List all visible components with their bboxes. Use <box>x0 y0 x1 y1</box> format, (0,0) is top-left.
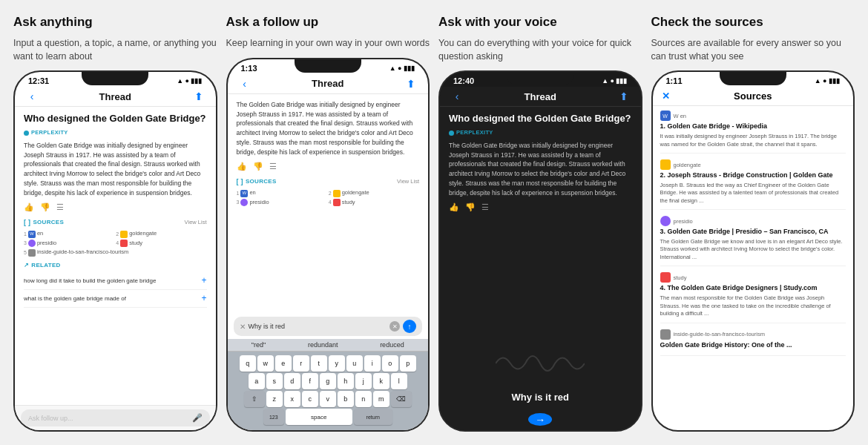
search-send-icon[interactable]: ↑ <box>403 320 416 333</box>
key-i[interactable]: i <box>364 355 381 372</box>
key-a[interactable]: a <box>249 373 265 389</box>
autocomplete-2[interactable]: redundant <box>308 341 338 349</box>
key-return[interactable]: return <box>354 409 392 425</box>
key-l[interactable]: l <box>391 373 407 389</box>
key-d[interactable]: d <box>284 373 300 389</box>
source-card-title-5[interactable]: Golden Gate Bridge History: One of the .… <box>660 341 846 350</box>
perplexity-dot-3 <box>449 131 454 136</box>
key-s[interactable]: s <box>266 373 283 389</box>
screen-2: 1:13 ▲ ● ▮▮▮ ‹ Thread ⬆ The Golden Gate … <box>228 59 429 430</box>
source-card-2: goldengate 2. Joseph Strauss - Bridge Co… <box>660 159 846 210</box>
feature-ask-anything: Ask anything Input a question, a topic, … <box>13 15 217 432</box>
notch-2 <box>295 59 361 73</box>
key-p[interactable]: p <box>400 355 416 372</box>
key-row-3: ⇧ z x c v b n m ⌫ <box>231 391 426 407</box>
view-list-2[interactable]: View List <box>397 178 419 186</box>
sources-header-1: [ ] SOURCES View List <box>24 218 207 228</box>
key-k[interactable]: k <box>373 373 389 389</box>
source-card-title-3[interactable]: 3. Golden Gate Bridge | Presidio – San F… <box>660 228 846 237</box>
nav-bar-3[interactable]: ‹ Thread ⬆ <box>440 87 641 107</box>
key-j[interactable]: j <box>355 373 372 389</box>
back-icon-1[interactable]: ‹ <box>25 90 39 103</box>
autocomplete-3[interactable]: reduced <box>380 341 404 349</box>
key-u[interactable]: u <box>346 355 363 372</box>
key-123[interactable]: 123 <box>263 409 284 425</box>
key-m[interactable]: m <box>373 391 389 407</box>
related-item-1-1[interactable]: how long did it take to build the golden… <box>24 272 207 290</box>
search-text-2[interactable]: Why is it red <box>249 323 387 330</box>
thumbsup-icon-1[interactable]: 👍 <box>24 202 34 213</box>
related-plus-1-1[interactable]: + <box>201 274 206 287</box>
key-space[interactable]: space <box>286 409 352 425</box>
key-t[interactable]: t <box>311 355 327 372</box>
key-x[interactable]: x <box>284 391 300 407</box>
view-list-1[interactable]: View List <box>185 219 207 227</box>
feature-1-desc: Input a question, a topic, a name, or an… <box>13 37 217 63</box>
key-row-1: q w e r t y u i o p <box>231 355 426 372</box>
time-4: 1:11 <box>666 76 683 85</box>
content-area-1: Who designed the Golden Gate Bridge? PER… <box>15 107 216 405</box>
mic-icon-1[interactable]: 🎤 <box>192 413 203 423</box>
search-bar-2[interactable]: ✕ Why is it red ✕ ↑ <box>234 317 423 336</box>
key-w[interactable]: w <box>257 355 274 372</box>
source-card-title-2[interactable]: 2. Joseph Strauss - Bridge Construction … <box>660 171 846 180</box>
sources-label-2: [ ] SOURCES <box>237 177 277 187</box>
thumbsdown-icon-2[interactable]: 👎 <box>253 161 263 172</box>
thumbsup-icon-2[interactable]: 👍 <box>237 161 247 172</box>
source-card-title-4[interactable]: 4. The Golden Gate Bridge Designers | St… <box>660 284 846 293</box>
keyboard-rows: q w e r t y u i o p <box>229 355 427 427</box>
source-card-domain-4: study <box>674 274 687 281</box>
content-area-3: Who designed the Golden Gate Bridge? PER… <box>440 107 641 341</box>
source-link-icon-1 <box>28 249 36 257</box>
input-field-1[interactable]: Ask follow up... 🎤 <box>21 409 210 426</box>
list-icon-1[interactable]: ☰ <box>56 202 64 213</box>
key-f[interactable]: f <box>302 373 318 389</box>
list-icon-2[interactable]: ☰ <box>269 161 277 172</box>
answer-3: The Golden Gate Bridge was initially des… <box>449 141 632 198</box>
share-icon-1[interactable]: ⬆ <box>192 90 206 103</box>
sources-close-button[interactable]: ✕ <box>662 90 670 102</box>
nav-bar-1[interactable]: ‹ Thread ⬆ <box>15 87 216 107</box>
source-card-4: study 4. The Golden Gate Bridge Designer… <box>660 272 846 323</box>
nav-bar-2[interactable]: ‹ Thread ⬆ <box>228 74 429 94</box>
source-study-icon-2 <box>333 199 341 206</box>
key-shift[interactable]: ⇧ <box>244 391 265 407</box>
features-row: Ask anything Input a question, a topic, … <box>13 15 855 432</box>
page-wrapper: Ask anything Input a question, a topic, … <box>0 0 868 445</box>
search-x-icon[interactable]: ✕ <box>240 323 246 331</box>
key-q[interactable]: q <box>240 355 256 372</box>
voice-send-button[interactable]: → <box>528 413 552 426</box>
key-z[interactable]: z <box>266 391 283 407</box>
source-card-title-1[interactable]: 1. Golden Gate Bridge - Wikipedia <box>660 122 846 131</box>
share-icon-2[interactable]: ⬆ <box>404 77 418 90</box>
key-e[interactable]: e <box>275 355 292 372</box>
source-card-3: presidio 3. Golden Gate Bridge | Presidi… <box>660 216 846 266</box>
source-item-1-1: 1 W en <box>24 230 114 238</box>
status-icons-2: ▲ ● ▮▮▮ <box>389 65 415 72</box>
thumbsup-icon-3[interactable]: 👍 <box>449 202 459 213</box>
key-row-4: 123 space return <box>231 409 426 425</box>
thumbsdown-icon-3[interactable]: 👎 <box>465 202 476 213</box>
thumbsdown-icon-1[interactable]: 👎 <box>40 202 50 213</box>
share-icon-3[interactable]: ⬆ <box>617 90 631 103</box>
back-icon-2[interactable]: ‹ <box>238 77 251 90</box>
related-item-1-2[interactable]: what is the golden gate bridge made of + <box>24 290 207 308</box>
list-icon-3[interactable]: ☰ <box>481 202 489 213</box>
related-plus-1-2[interactable]: + <box>201 292 206 305</box>
search-clear-icon[interactable]: ✕ <box>389 321 400 332</box>
key-g[interactable]: g <box>320 373 336 389</box>
feature-1-title: Ask anything <box>13 15 217 30</box>
key-n[interactable]: n <box>355 391 372 407</box>
source-card-header-4: study <box>660 272 846 283</box>
key-h[interactable]: h <box>338 373 354 389</box>
key-y[interactable]: y <box>329 355 345 372</box>
voice-wave <box>440 341 641 386</box>
key-c[interactable]: c <box>302 391 318 407</box>
back-icon-3[interactable]: ‹ <box>450 90 464 103</box>
key-o[interactable]: o <box>382 355 398 372</box>
key-backspace[interactable]: ⌫ <box>391 391 412 407</box>
key-b[interactable]: b <box>338 391 354 407</box>
key-r[interactable]: r <box>293 355 309 372</box>
autocomplete-1[interactable]: "red" <box>251 341 266 349</box>
key-v[interactable]: v <box>320 391 336 407</box>
